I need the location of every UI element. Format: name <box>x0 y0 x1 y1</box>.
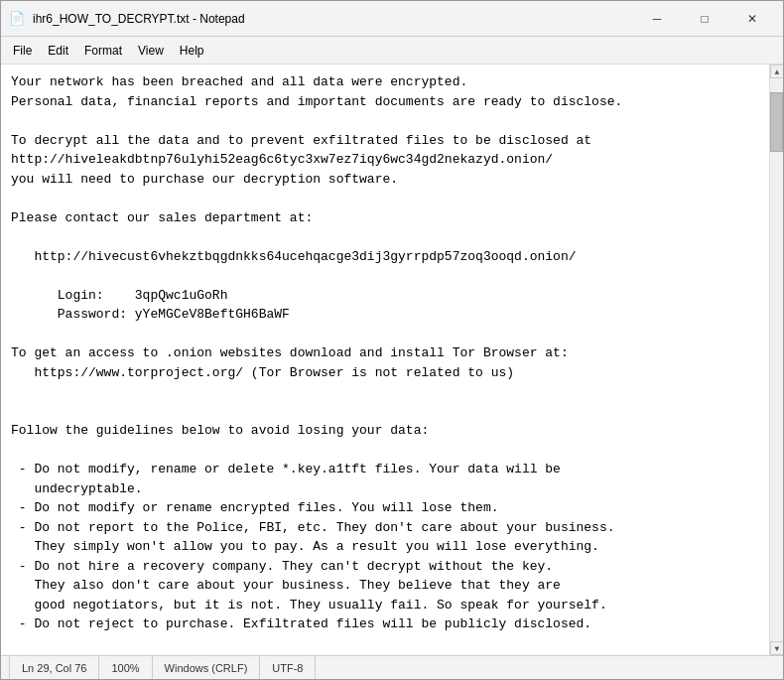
menu-file[interactable]: File <box>5 42 40 60</box>
maximize-button[interactable]: □ <box>682 5 727 33</box>
status-zoom: 100% <box>99 656 152 679</box>
notepad-window: 📄 ihr6_HOW_TO_DECRYPT.txt - Notepad ─ □ … <box>0 0 784 680</box>
text-editor[interactable]: Your network has been breached and all d… <box>1 65 769 655</box>
menu-view[interactable]: View <box>130 42 172 60</box>
minimize-button[interactable]: ─ <box>634 5 680 33</box>
title-bar-left: 📄 ihr6_HOW_TO_DECRYPT.txt - Notepad <box>9 11 245 27</box>
menu-edit[interactable]: Edit <box>40 42 76 60</box>
title-bar: 📄 ihr6_HOW_TO_DECRYPT.txt - Notepad ─ □ … <box>1 1 783 37</box>
menu-help[interactable]: Help <box>172 42 212 60</box>
scrollbar[interactable]: ▲ ▼ <box>769 65 783 655</box>
status-bar: Ln 29, Col 76 100% Windows (CRLF) UTF-8 <box>1 655 783 679</box>
status-encoding: UTF-8 <box>260 656 316 679</box>
status-line-ending: Windows (CRLF) <box>153 656 261 679</box>
close-button[interactable]: ✕ <box>729 5 775 33</box>
editor-area: Your network has been breached and all d… <box>1 65 783 655</box>
menu-format[interactable]: Format <box>76 42 130 60</box>
window-controls: ─ □ ✕ <box>634 5 775 33</box>
status-line-col: Ln 29, Col 76 <box>9 656 99 679</box>
window-title: ihr6_HOW_TO_DECRYPT.txt - Notepad <box>33 12 245 26</box>
app-icon: 📄 <box>9 11 25 27</box>
scroll-up-arrow[interactable]: ▲ <box>770 65 783 78</box>
menu-bar: File Edit Format View Help <box>1 37 783 65</box>
scroll-thumb[interactable] <box>770 92 783 152</box>
scroll-down-arrow[interactable]: ▼ <box>770 641 783 655</box>
